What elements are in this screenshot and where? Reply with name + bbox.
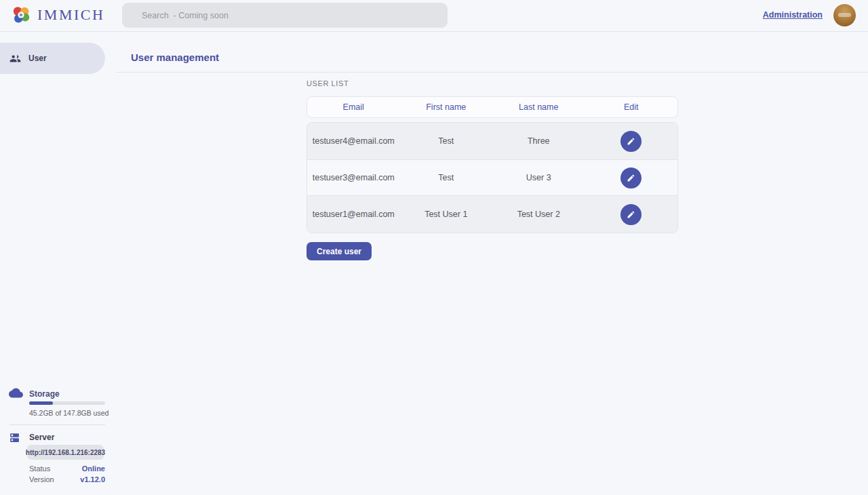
page-title: User management — [131, 52, 219, 63]
server-title: Server — [29, 433, 54, 442]
top-bar: IMMICH Administration — [0, 0, 868, 32]
edit-user-button[interactable] — [620, 131, 642, 152]
version-label: Version — [29, 475, 54, 483]
table-row: testuser1@email.com Test User 1 Test Use… — [307, 196, 677, 233]
status-label: Status — [29, 464, 50, 473]
administration-link[interactable]: Administration — [763, 10, 823, 20]
immich-logo[interactable]: IMMICH — [11, 5, 104, 25]
status-value: Online — [82, 464, 105, 473]
edit-user-button[interactable] — [620, 167, 642, 189]
logo-wordmark: IMMICH — [37, 6, 104, 24]
users-group-icon — [9, 53, 21, 64]
table-row: testuser4@email.com Test Three — [307, 123, 677, 159]
storage-title: Storage — [29, 389, 60, 399]
column-header-email: Email — [307, 97, 400, 117]
server-icon — [9, 432, 20, 446]
search-input[interactable] — [122, 3, 448, 28]
cell-last-name: User 3 — [492, 160, 585, 195]
cell-email: testuser3@email.com — [307, 160, 400, 195]
cell-last-name: Three — [492, 123, 585, 159]
sidebar-item-label: User — [28, 54, 47, 63]
create-user-button[interactable]: Create user — [307, 242, 372, 260]
cell-last-name: Test User 2 — [492, 196, 585, 233]
table-row: testuser3@email.com Test User 3 — [307, 159, 677, 196]
storage-usage-text: 45.2GB of 147.8GB used — [29, 409, 108, 417]
cell-email: testuser1@email.com — [307, 196, 400, 233]
pencil-icon — [627, 210, 635, 219]
user-table-body: testuser4@email.com Test Three testuser3… — [307, 122, 678, 233]
sidebar-item-user[interactable]: User — [0, 43, 105, 74]
user-list-label: USER LIST — [307, 79, 349, 87]
server-status-row: Status Online — [29, 464, 105, 473]
edit-user-button[interactable] — [620, 204, 642, 225]
column-header-first-name: First name — [400, 97, 493, 117]
version-value: v1.12.0 — [80, 475, 105, 483]
storage-progress-bar — [29, 401, 105, 405]
column-header-edit: Edit — [585, 97, 678, 117]
immich-flower-icon — [11, 5, 31, 25]
cell-first-name: Test User 1 — [400, 196, 493, 233]
cell-email: testuser4@email.com — [307, 123, 400, 159]
cell-first-name: Test — [400, 160, 493, 195]
pencil-icon — [627, 174, 635, 182]
user-table-header: Email First name Last name Edit — [307, 96, 678, 118]
column-header-last-name: Last name — [492, 97, 585, 117]
pencil-icon — [627, 137, 635, 146]
server-version-row: Version v1.12.0 — [29, 475, 105, 483]
server-url-badge: http://192.168.1.216:2283 — [27, 445, 104, 460]
user-avatar[interactable] — [833, 4, 856, 26]
cell-first-name: Test — [400, 123, 493, 159]
sidebar-divider — [9, 424, 105, 425]
storage-progress-fill — [29, 401, 53, 405]
cloud-icon — [9, 388, 23, 401]
title-divider — [116, 72, 868, 73]
